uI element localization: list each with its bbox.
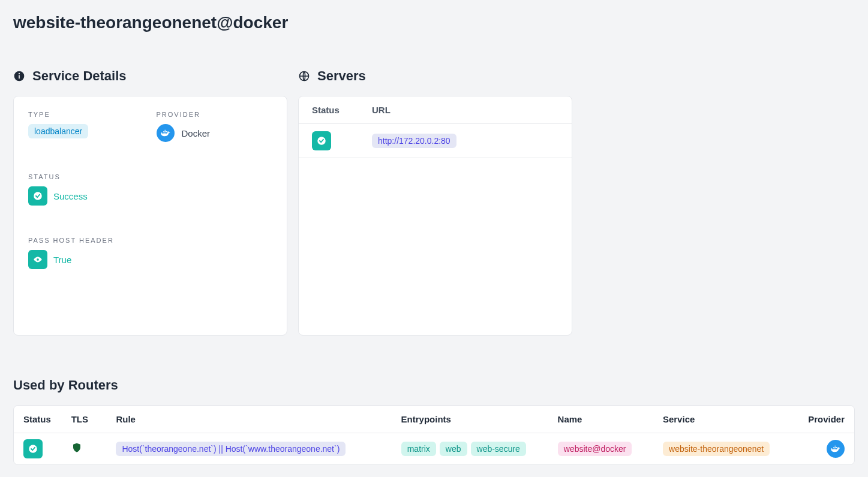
entrypoint-badge: web-secure xyxy=(471,442,526,456)
routers-table-header: Status TLS Rule Entrypoints Name Service… xyxy=(14,406,854,433)
servers-card: Status URL http://172.20.0.2:80 xyxy=(298,96,572,336)
type-label: TYPE xyxy=(28,111,145,118)
eye-icon xyxy=(28,250,47,269)
page-title: website-theorangeonenet@docker xyxy=(13,13,855,32)
server-row: http://172.20.0.2:80 xyxy=(299,124,572,158)
service-details-column: Service Details TYPE loadbalancer PROVID… xyxy=(13,68,287,336)
servers-header-status: Status xyxy=(312,105,372,115)
servers-table-header: Status URL xyxy=(299,96,572,124)
routers-table: Status TLS Rule Entrypoints Name Service… xyxy=(13,405,855,465)
router-name: website@docker xyxy=(558,442,632,456)
router-entrypoints: matrix web web-secure xyxy=(401,442,558,456)
check-icon xyxy=(23,439,43,458)
globe-icon xyxy=(298,70,310,82)
status-label: STATUS xyxy=(28,173,272,180)
servers-header-url: URL xyxy=(372,105,558,115)
detail-status: STATUS Success xyxy=(28,173,272,206)
router-service: website-theorangeonenet xyxy=(663,442,770,456)
svg-point-2 xyxy=(19,73,20,74)
entrypoint-badge: matrix xyxy=(401,442,436,456)
used-by-routers-title: Used by Routers xyxy=(13,378,855,393)
docker-icon xyxy=(157,124,175,142)
pass-host-header-label: PASS HOST HEADER xyxy=(28,237,272,244)
provider-label: PROVIDER xyxy=(157,111,273,118)
status-value: Success xyxy=(53,191,88,201)
provider-value: Docker xyxy=(182,128,211,138)
service-details-card: TYPE loadbalancer PROVIDER Docker STATUS xyxy=(13,96,287,336)
router-rule: Host(`theorangeone.net`) || Host(`www.th… xyxy=(116,442,346,456)
service-details-header: Service Details xyxy=(13,68,287,84)
check-icon xyxy=(312,131,331,150)
servers-header: Servers xyxy=(298,68,572,84)
routers-header-name: Name xyxy=(558,414,663,424)
check-icon xyxy=(28,186,47,206)
type-badge: loadbalancer xyxy=(28,124,88,138)
routers-header-entrypoints: Entrypoints xyxy=(401,414,558,424)
service-details-title: Service Details xyxy=(32,68,127,84)
servers-column: Servers Status URL http://172.20.0.2:80 xyxy=(298,68,572,336)
docker-icon xyxy=(827,440,845,458)
detail-provider: PROVIDER Docker xyxy=(157,111,273,142)
svg-rect-1 xyxy=(19,75,20,79)
entrypoint-badge: web xyxy=(440,442,467,456)
routers-header-rule: Rule xyxy=(116,414,401,424)
routers-header-status: Status xyxy=(23,414,71,424)
pass-host-header-value: True xyxy=(53,255,71,265)
shield-icon xyxy=(71,445,82,455)
detail-pass-host-header: PASS HOST HEADER True xyxy=(28,237,272,269)
server-url: http://172.20.0.2:80 xyxy=(372,134,456,148)
routers-header-service: Service xyxy=(663,414,812,424)
info-icon xyxy=(13,70,25,82)
servers-title: Servers xyxy=(317,68,366,84)
svg-point-4 xyxy=(37,258,39,261)
routers-header-provider: Provider xyxy=(812,414,845,424)
routers-header-tls: TLS xyxy=(71,414,116,424)
detail-type: TYPE loadbalancer xyxy=(28,111,145,142)
router-row[interactable]: Host(`theorangeone.net`) || Host(`www.th… xyxy=(14,433,854,464)
